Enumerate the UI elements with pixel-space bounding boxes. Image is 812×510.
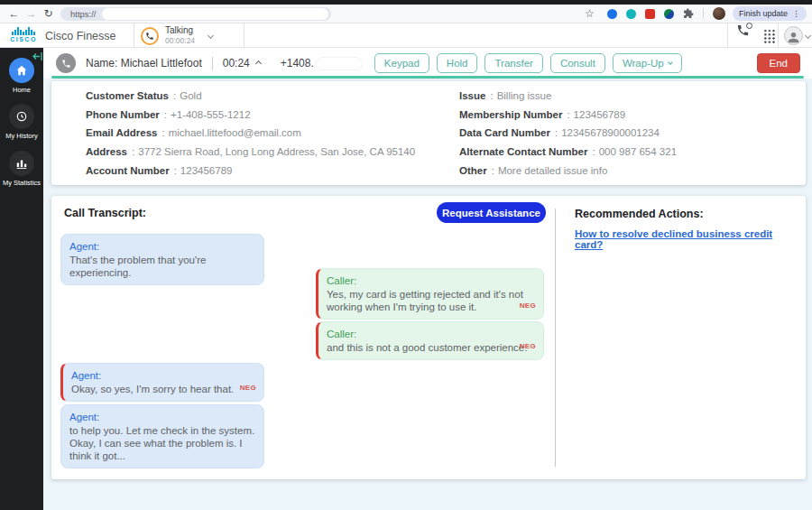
chevron-down-icon[interactable]: [208, 32, 214, 39]
sidebar-item-label: Home: [13, 86, 31, 94]
header-divider: [134, 23, 134, 48]
agent-state-label: Talking: [165, 26, 195, 35]
transcript-message-caller: Caller: Yes, my card is getting rejected…: [316, 268, 544, 320]
recommended-actions-panel: Recommended Actions: How to resolve decl…: [575, 196, 797, 252]
phone-number-redaction: [316, 57, 363, 70]
customer-field-membership: Membership Number:123456789: [459, 109, 798, 120]
extension-icon-teal[interactable]: [626, 9, 636, 19]
finish-update-label: Finish update: [739, 9, 788, 18]
agent-state-timer: 00:00:24: [165, 37, 195, 45]
browser-menu-icon[interactable]: ⋮: [792, 9, 800, 18]
cisco-logo: cisco: [9, 27, 38, 42]
wrap-up-chevron-down-icon: [668, 60, 673, 65]
browser-forward-icon[interactable]: →: [23, 7, 40, 20]
toolbar-divider: [703, 8, 704, 19]
call-phone-icon: [56, 53, 76, 73]
customer-info-right-column: Issue:Billing issue Membership Number:12…: [459, 87, 798, 180]
caller-phone-number-text: +1408.: [281, 57, 314, 70]
speaker-label: Caller:: [327, 274, 535, 287]
browser-back-icon[interactable]: ←: [5, 7, 23, 20]
speaker-label: Agent:: [69, 411, 255, 423]
talking-phone-icon: [141, 27, 159, 45]
url-redaction: [102, 8, 328, 20]
request-assistance-button[interactable]: Request Assistance: [437, 202, 546, 223]
keypad-icon[interactable]: [763, 29, 775, 43]
browser-profile-avatar[interactable]: [713, 7, 725, 20]
extension-icon-green[interactable]: [664, 9, 674, 19]
message-text: to help you. Let me check in the system.…: [69, 425, 254, 461]
message-text: and this is not a good customer experien…: [327, 342, 527, 353]
transcript-message-agent: Agent: That's the problem that you're ex…: [60, 234, 264, 285]
call-accent-line: [51, 76, 804, 79]
message-text: Okay, so yes, I'm sorry to hear that.: [71, 384, 234, 394]
avatar-chevron-down-icon[interactable]: [805, 32, 811, 39]
agent-avatar[interactable]: [784, 26, 803, 45]
speaker-label: Agent:: [71, 369, 255, 382]
callbar-divider: [212, 57, 213, 70]
sentiment-badge: NEG: [520, 300, 536, 312]
end-call-button[interactable]: End: [757, 53, 800, 73]
transcript-message-caller: Caller: and this is not a good customer …: [316, 321, 544, 360]
extension-icon-red[interactable]: [645, 9, 655, 19]
cisco-logo-bars-icon: [9, 27, 38, 35]
bar-chart-icon: [9, 151, 34, 176]
customer-field-other: Other:More detailed issue info: [459, 165, 798, 176]
sentiment-badge: NEG: [520, 340, 536, 353]
transcript-title: Call Transcript:: [64, 207, 146, 219]
customer-field-address: Address:3772 Sierra Road, Long Long Addr…: [86, 146, 447, 157]
url-text: https://: [70, 9, 97, 19]
wrap-up-button[interactable]: Wrap-Up: [613, 53, 682, 73]
collapse-caret-icon[interactable]: [255, 60, 262, 66]
keypad-button-label: Keypad: [384, 58, 420, 69]
sidebar-item-label: My History: [5, 132, 37, 140]
message-text: That's the problem that you're experienc…: [69, 255, 206, 278]
left-navigation: Home My History My Statistics: [0, 48, 43, 510]
home-icon: [9, 58, 34, 83]
customer-field-issue: Issue:Billing issue: [459, 90, 798, 101]
app-title: Cisco Finesse: [45, 30, 116, 42]
transfer-button-label: Transfer: [494, 58, 532, 69]
end-button-label: End: [770, 58, 788, 69]
call-transcript-card: Call Transcript: Request Assistance Agen…: [51, 196, 806, 479]
caller-name: Name: Michael Littlefoot: [86, 57, 202, 70]
transcript-panel: Call Transcript: Request Assistance Agen…: [51, 196, 555, 479]
sentiment-badge: NEG: [240, 382, 256, 394]
app-window: ← → ↻ https:// ☆ Finish update ⋮ cisco C…: [0, 0, 812, 510]
hold-button-label: Hold: [447, 58, 468, 69]
keypad-button[interactable]: Keypad: [374, 53, 429, 73]
browser-reload-icon[interactable]: ↻: [40, 7, 57, 20]
call-timer-value: 00:24: [223, 57, 250, 70]
customer-field-status: Customer Status:Gold: [86, 90, 447, 101]
call-control-bar: Name: Michael Littlefoot 00:24 +1408. Ke…: [43, 48, 812, 79]
finish-update-button[interactable]: Finish update ⋮: [733, 6, 807, 21]
speaker-label: Caller:: [327, 328, 535, 340]
message-text: Yes, my card is getting rejected and it'…: [327, 289, 523, 312]
customer-field-alt-contact: Alternate Contact Number:000 987 654 321: [459, 146, 798, 157]
address-bar[interactable]: https://: [60, 7, 331, 21]
sidebar-item-label: My Statistics: [3, 179, 41, 187]
recommended-actions-title: Recommended Actions:: [575, 208, 797, 220]
hold-button[interactable]: Hold: [437, 53, 478, 73]
consult-button-label: Consult: [560, 58, 595, 69]
phone-settings-icon[interactable]: [736, 23, 752, 39]
sidebar-item-home[interactable]: Home: [0, 58, 43, 94]
call-timer: 00:24: [223, 57, 261, 70]
customer-field-phone: Phone Number:+1-408-555-1212: [86, 109, 447, 120]
consult-button[interactable]: Consult: [550, 53, 605, 73]
extension-icon-blue[interactable]: [607, 9, 617, 19]
sidebar-item-my-history[interactable]: My History: [0, 104, 43, 140]
customer-field-email: Email Address:michael.littefood@email.co…: [86, 127, 447, 138]
sidebar-item-my-statistics[interactable]: My Statistics: [0, 151, 43, 187]
history-clock-icon: [9, 104, 34, 129]
agent-state-control[interactable]: Talking 00:00:24: [141, 24, 240, 47]
customer-field-account: Account Number:123456789: [86, 165, 447, 176]
recommended-action-link[interactable]: How to resolve declined business credit …: [575, 228, 797, 250]
speaker-label: Agent:: [69, 240, 255, 253]
bookmark-star-icon[interactable]: ☆: [581, 7, 598, 20]
header-divider: [727, 23, 728, 48]
extensions-puzzle-icon[interactable]: [683, 8, 694, 19]
transcript-message-agent: Agent: Okay, so yes, I'm sorry to hear t…: [60, 363, 264, 402]
transfer-button[interactable]: Transfer: [484, 53, 542, 73]
customer-info-card: Customer Status:Gold Phone Number:+1-408…: [51, 81, 806, 185]
customer-info-left-column: Customer Status:Gold Phone Number:+1-408…: [86, 87, 447, 180]
